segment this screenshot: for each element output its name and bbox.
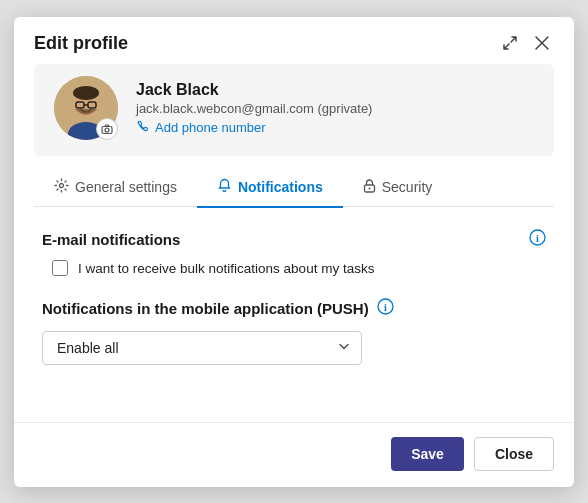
- settings-icon: [54, 178, 69, 196]
- svg-point-8: [105, 128, 109, 132]
- svg-point-9: [60, 183, 64, 187]
- email-checkbox-row: I want to receive bulk notifications abo…: [52, 260, 546, 276]
- modal-header-actions: [498, 33, 554, 53]
- tab-notifications-label: Notifications: [238, 179, 323, 195]
- svg-text:i: i: [384, 302, 387, 313]
- profile-info: Jack Black jack.black.webcon@gmail.com (…: [136, 81, 372, 135]
- email-section-title: E-mail notifications: [42, 231, 180, 248]
- close-footer-button[interactable]: Close: [474, 437, 554, 471]
- push-dropdown-wrapper: Enable all Disable all Custom: [42, 331, 362, 365]
- push-notifications-header: Notifications in the mobile application …: [42, 298, 546, 319]
- modal-title: Edit profile: [34, 33, 128, 54]
- email-notifications-header: E-mail notifications i: [42, 229, 546, 250]
- profile-name: Jack Black: [136, 81, 372, 99]
- close-button[interactable]: [530, 33, 554, 53]
- profile-email: jack.black.webcon@gmail.com (gprivate): [136, 101, 372, 116]
- svg-point-11: [368, 187, 370, 189]
- tab-general[interactable]: General settings: [34, 170, 197, 208]
- edit-profile-modal: Edit profile: [14, 17, 574, 487]
- lock-icon: [363, 178, 376, 196]
- modal-header: Edit profile: [14, 17, 574, 64]
- add-phone-button[interactable]: Add phone number: [136, 120, 372, 135]
- tab-security-label: Security: [382, 179, 433, 195]
- push-section-title: Notifications in the mobile application …: [42, 300, 369, 317]
- email-info-icon[interactable]: i: [529, 229, 546, 250]
- tab-content-notifications: E-mail notifications i I want to receive…: [14, 207, 574, 422]
- email-checkbox-label[interactable]: I want to receive bulk notifications abo…: [78, 261, 374, 276]
- save-button[interactable]: Save: [391, 437, 464, 471]
- change-avatar-button[interactable]: [96, 118, 118, 140]
- tab-general-label: General settings: [75, 179, 177, 195]
- expand-button[interactable]: [498, 33, 522, 53]
- avatar-wrapper: [54, 76, 118, 140]
- bell-icon: [217, 178, 232, 196]
- svg-text:i: i: [536, 233, 539, 244]
- push-dropdown[interactable]: Enable all Disable all Custom: [42, 331, 362, 365]
- push-info-icon[interactable]: i: [377, 298, 394, 319]
- svg-point-3: [73, 86, 99, 100]
- tab-notifications[interactable]: Notifications: [197, 170, 343, 208]
- email-checkbox[interactable]: [52, 260, 68, 276]
- modal-footer: Save Close: [14, 422, 574, 487]
- profile-section: Jack Black jack.black.webcon@gmail.com (…: [34, 64, 554, 156]
- tab-security[interactable]: Security: [343, 170, 453, 208]
- tabs-bar: General settings Notifications Security: [34, 170, 554, 208]
